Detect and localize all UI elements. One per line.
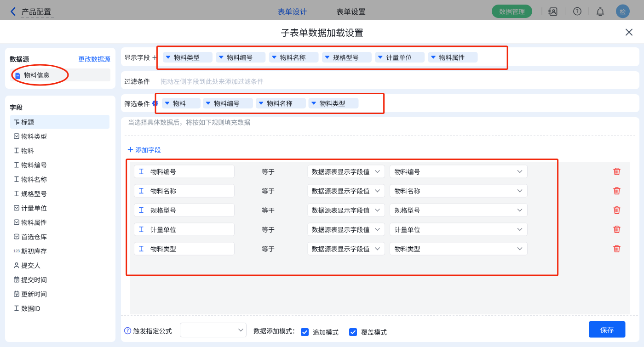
svg-text:123: 123	[13, 249, 20, 253]
